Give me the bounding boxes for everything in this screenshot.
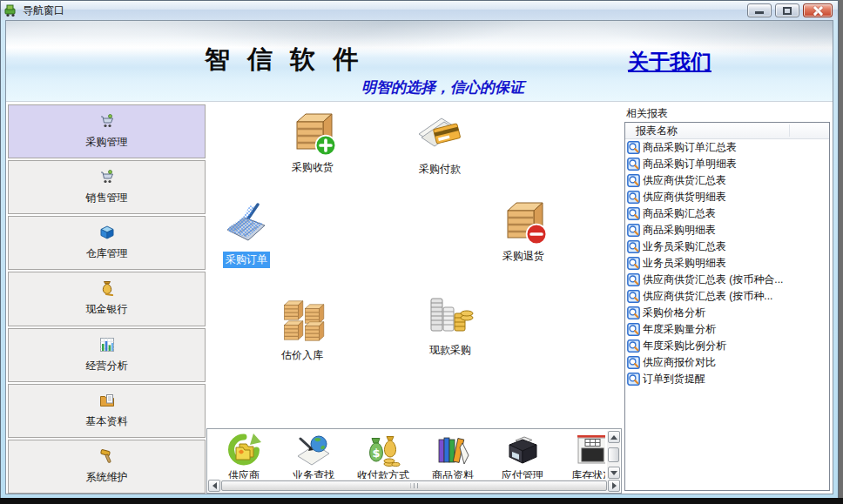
sidebar-item-maintenance[interactable]: 系统维护: [8, 440, 206, 494]
dock-item-stock-status[interactable]: 库存状况: [557, 433, 605, 479]
report-icon: [627, 323, 640, 336]
reports-panel-title: 相关报表: [623, 103, 833, 123]
dock-vertical-scrollbar[interactable]: [607, 431, 620, 479]
report-icon: [627, 224, 640, 237]
books-icon: [435, 433, 470, 467]
minimize-icon: [755, 11, 764, 14]
report-row[interactable]: 商品采购订单汇总表: [625, 139, 829, 156]
arrow-up-icon: [610, 435, 617, 440]
money-bags-icon: [366, 433, 401, 467]
function-purchase-order[interactable]: 采购订单: [212, 200, 281, 268]
crate-plus-icon: [288, 108, 337, 157]
report-row[interactable]: 年度采购量分析: [625, 321, 829, 338]
folder-doc-icon: [99, 393, 115, 408]
scroll-right-button[interactable]: [608, 480, 620, 492]
slogan-text: 明智的选择，信心的保证: [361, 77, 524, 97]
report-row[interactable]: 商品采购明细表: [625, 222, 829, 239]
report-row[interactable]: 供应商报价对比: [625, 354, 829, 371]
shortcut-dock: 供应商 业务查找 收付款方式 商品资料 应付管理: [206, 428, 622, 494]
sidebar-item-analysis[interactable]: 经营分析: [8, 328, 206, 382]
sidebar-item-warehouse[interactable]: 仓库管理: [8, 216, 206, 270]
report-icon: [627, 290, 640, 303]
report-row[interactable]: 业务员采购明细表: [625, 255, 829, 272]
moneybag-icon: [99, 280, 115, 296]
crates-icon: [278, 296, 327, 345]
about-us-link[interactable]: 关于我们: [628, 48, 711, 76]
dock-item-goods-data[interactable]: 商品资料: [418, 433, 488, 479]
report-icon: [627, 306, 640, 319]
report-row[interactable]: 供应商供货汇总表 (按币种合...: [625, 272, 829, 288]
function-purchase-return[interactable]: 采购退货: [489, 197, 558, 265]
report-row[interactable]: 商品采购汇总表: [625, 205, 829, 222]
report-row[interactable]: 供应商供货明细表: [625, 189, 829, 205]
reports-column-header[interactable]: 报表名称: [625, 123, 829, 139]
report-icon: [627, 356, 640, 369]
function-purchase-receive[interactable]: 采购收货: [278, 108, 347, 176]
title-bar[interactable]: 导航窗口: [1, 1, 838, 20]
report-row[interactable]: 供应商供货汇总表: [625, 172, 829, 189]
dock-item-payment-methods[interactable]: 收付款方式: [348, 433, 418, 479]
vertical-scroll-thumb[interactable]: [608, 447, 619, 462]
crate-minus-icon: [499, 197, 548, 245]
order-ledger-icon: [222, 200, 271, 249]
report-icon: [627, 141, 640, 154]
sidebar-item-cash-bank[interactable]: 现金银行: [8, 272, 206, 326]
maximize-icon: [783, 7, 792, 15]
arrow-down-icon: [610, 471, 617, 475]
report-icon: [627, 240, 640, 253]
function-purchase-payment[interactable]: 采购付款: [405, 110, 475, 178]
box-icon: [99, 225, 115, 240]
report-icon: [627, 174, 640, 187]
report-row[interactable]: 采购价格分析: [625, 305, 829, 321]
minimize-button[interactable]: [747, 3, 772, 17]
dock-items: 供应商 业务查找 收付款方式 商品资料 应付管理: [209, 431, 605, 479]
module-sidebar: 采购管理 销售管理 仓库管理 现金银行 经营分析 基本资料: [8, 104, 206, 494]
cart-icon: [99, 169, 115, 185]
function-icon-area: 采购收货 采购付款 采购订单 采购退货 估价入库 现款采购: [206, 103, 622, 428]
cash-stacks-icon: [426, 291, 475, 339]
dock-item-payable-mgmt[interactable]: 应付管理: [488, 433, 557, 479]
report-row[interactable]: 订单到货提醒: [625, 371, 829, 387]
brand-title: 智 信 软 件: [205, 43, 363, 77]
report-icon: [627, 273, 640, 286]
hammer-icon: [99, 448, 115, 464]
printer-icon: [505, 433, 540, 467]
dock-item-supplier[interactable]: 供应商: [209, 433, 279, 479]
wallet-card-icon: [415, 110, 464, 158]
related-reports-panel: 相关报表 报表名称 商品采购订单汇总表 商品采购订单明细表 供应商供货汇总表 供…: [623, 103, 833, 494]
report-row[interactable]: 商品采购订单明细表: [625, 156, 829, 172]
report-icon: [627, 191, 640, 204]
scroll-down-button[interactable]: [608, 467, 620, 479]
maximize-button[interactable]: [775, 3, 799, 17]
horizontal-scroll-thumb[interactable]: [221, 480, 607, 491]
report-row[interactable]: 年度采购比例分析: [625, 338, 829, 354]
report-row[interactable]: 供应商供货汇总表 (按币种...: [625, 288, 829, 305]
sidebar-item-purchase[interactable]: 采购管理: [8, 104, 206, 158]
scroll-up-button[interactable]: [608, 431, 620, 443]
report-icon: [627, 373, 640, 386]
dock-item-business-search[interactable]: 业务查找: [279, 433, 348, 479]
report-icon: [627, 257, 640, 270]
dock-horizontal-scrollbar[interactable]: [208, 480, 620, 492]
close-icon: [813, 6, 823, 16]
arrow-left-icon: [212, 482, 217, 489]
supplier-folders-icon: [226, 433, 261, 467]
function-cash-purchase[interactable]: 现款采购: [415, 291, 485, 359]
navigation-window: 导航窗口 智 信 软 件 关于我们 明智的选择，信心的保证 采购管理 销售管理 …: [0, 0, 839, 499]
report-icon: [627, 207, 640, 220]
window-title: 导航窗口: [23, 3, 64, 18]
sidebar-item-sales[interactable]: 销售管理: [8, 160, 206, 214]
arrow-right-icon: [612, 482, 617, 489]
reports-list: 报表名称 商品采购订单汇总表 商品采购订单明细表 供应商供货汇总表 供应商供货明…: [624, 122, 830, 491]
report-row[interactable]: 业务员采购汇总表: [625, 239, 829, 255]
client-area: 智 信 软 件 关于我们 明智的选择，信心的保证 采购管理 销售管理 仓库管理 …: [5, 20, 833, 494]
close-button[interactable]: [803, 3, 833, 17]
header-banner: 智 信 软 件 关于我们 明智的选择，信心的保证: [6, 21, 833, 102]
function-estimate-instock[interactable]: 估价入库: [267, 296, 337, 364]
chart-icon: [99, 337, 115, 353]
globe-pen-icon: [296, 433, 331, 467]
sidebar-item-basic-data[interactable]: 基本资料: [8, 384, 206, 438]
scroll-left-button[interactable]: [208, 480, 220, 492]
window-controls: [747, 3, 834, 17]
report-icon: [627, 158, 640, 171]
